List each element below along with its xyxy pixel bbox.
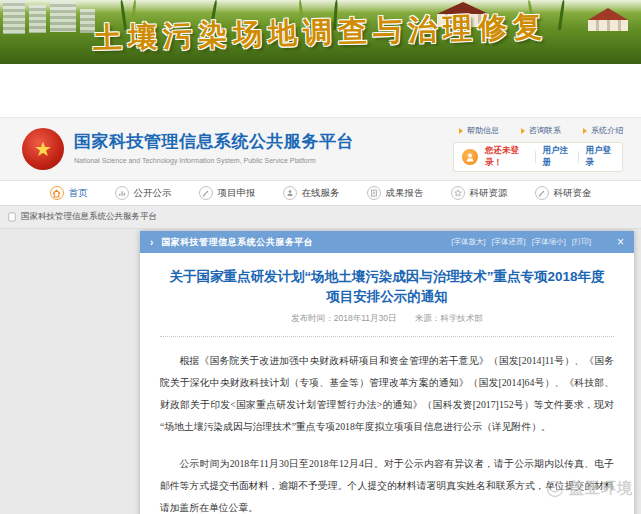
print-button[interactable]: [打印] — [572, 237, 591, 247]
arrow-icon — [583, 128, 587, 134]
article-meta: 发布时间：2018年11月30日 来源：科学技术部 — [160, 313, 614, 325]
nav-item-project-application[interactable]: 项目申报 — [199, 186, 256, 200]
person-icon — [283, 186, 297, 200]
nav-item-public-announcements[interactable]: 公开公示 — [115, 186, 172, 200]
page-icon — [8, 208, 16, 226]
banner: 土壤污染场地调查与治理修复 — [0, 0, 641, 64]
arrow-icon — [521, 128, 525, 134]
document-icon — [367, 186, 381, 200]
contact-link[interactable]: 咨询联系 — [521, 125, 561, 136]
page: 土壤污染场地调查与治理修复 ★ 国家科技管理信息系统公共服务平台 Nationa… — [0, 0, 641, 514]
login-box: 您还未登录！ 用户注册 用户登录 — [453, 142, 623, 172]
notice-modal: › 国家科技管理信息系统公共服务平台 [字体放大] [字体还原] [字体缩小] … — [140, 231, 634, 514]
site-subtitle: National Science and Technology Informat… — [74, 157, 354, 164]
top-link-label: 系统介绍 — [591, 125, 623, 136]
font-shrink-button[interactable]: [字体缩小] — [532, 237, 566, 247]
source: 来源：科学技术部 — [415, 313, 483, 323]
brand: 国家科技管理信息系统公共服务平台 National Science and Te… — [74, 130, 354, 164]
content-area: › 国家科技管理信息系统公共服务平台 [字体放大] [字体还原] [字体缩小] … — [0, 229, 641, 514]
nav-item-research-funds[interactable]: 科研资金 — [535, 186, 592, 200]
nav-label: 科研资金 — [554, 187, 592, 200]
nav-label: 首页 — [69, 187, 88, 200]
watermark-logo-icon — [545, 480, 565, 498]
home-icon — [50, 186, 64, 200]
main-nav: 首页 公开公示 项目申报 在线服务 成果报告 — [0, 181, 641, 206]
national-emblem-logo: ★ — [22, 128, 64, 170]
chevron-right-icon: › — [150, 237, 153, 248]
pencil-icon — [535, 186, 549, 200]
breadcrumb-label: 国家科技管理信息系统公共服务平台 — [21, 211, 157, 223]
nav-item-home[interactable]: 首页 — [50, 186, 88, 200]
font-reset-button[interactable]: [字体还原] — [491, 237, 525, 247]
font-enlarge-button[interactable]: [字体放大] — [451, 237, 485, 247]
pencil-icon — [199, 186, 213, 200]
font-controls: [字体放大] [字体还原] [字体缩小] [打印] — [451, 237, 591, 247]
banner-title: 土壤污染场地调查与治理修复 — [0, 5, 641, 62]
publish-time: 发布时间：2018年11月30日 — [291, 313, 396, 323]
watermark: 盖亚环境 — [545, 479, 633, 498]
breadcrumb: 国家科技管理信息系统公共服务平台 — [0, 206, 641, 229]
top-link-label: 帮助信息 — [467, 125, 499, 136]
nav-item-achievement-reports[interactable]: 成果报告 — [367, 186, 424, 200]
nav-label: 在线服务 — [302, 187, 340, 200]
close-icon[interactable]: × — [617, 236, 624, 248]
star-icon — [451, 186, 465, 200]
site-title: 国家科技管理信息系统公共服务平台 — [74, 130, 354, 153]
divider — [578, 151, 579, 163]
login-button[interactable]: 用户登录 — [586, 145, 614, 169]
login-status: 您还未登录！ — [485, 145, 528, 169]
user-icon — [462, 149, 478, 165]
dotted-divider — [160, 336, 614, 337]
nav-label: 成果报告 — [386, 187, 424, 200]
spacer — [0, 64, 641, 117]
nav-item-online-services[interactable]: 在线服务 — [283, 186, 340, 200]
bar-chart-icon — [115, 186, 129, 200]
help-info-link[interactable]: 帮助信息 — [459, 125, 499, 136]
watermark-label: 盖亚环境 — [569, 479, 633, 498]
system-intro-link[interactable]: 系统介绍 — [583, 125, 623, 136]
article-paragraph: 根据《国务院关于改进加强中央财政科研项目和资金管理的若干意见》（国发[2014]… — [160, 350, 614, 438]
nav-item-research-resources[interactable]: 科研资源 — [451, 186, 508, 200]
arrow-icon — [459, 128, 463, 134]
modal-body: 关于国家重点研发计划“场地土壤污染成因与治理技术”重点专项2018年度项目安排公… — [140, 253, 634, 514]
divider — [535, 151, 536, 163]
nav-label: 科研资源 — [470, 187, 508, 200]
top-link-label: 咨询联系 — [529, 125, 561, 136]
site-header: ★ 国家科技管理信息系统公共服务平台 National Science and … — [0, 117, 641, 181]
article-title: 关于国家重点研发计划“场地土壤污染成因与治理技术”重点专项2018年度项目安排公… — [160, 267, 614, 306]
modal-title: 国家科技管理信息系统公共服务平台 — [161, 236, 313, 249]
register-button[interactable]: 用户注册 — [542, 145, 570, 169]
nav-label: 项目申报 — [218, 187, 256, 200]
header-top-links: 帮助信息 咨询联系 系统介绍 — [459, 125, 623, 136]
modal-header: › 国家科技管理信息系统公共服务平台 [字体放大] [字体还原] [字体缩小] … — [140, 231, 634, 253]
nav-label: 公开公示 — [134, 187, 172, 200]
